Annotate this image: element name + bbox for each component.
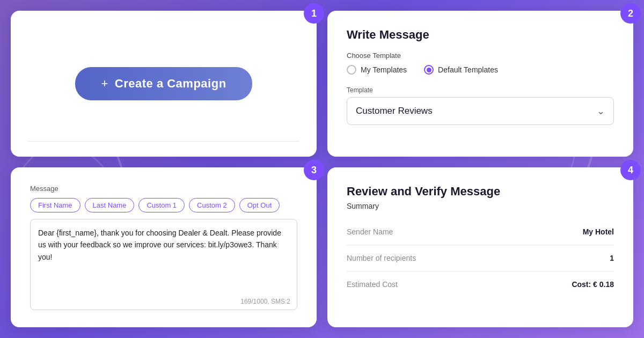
cost-value: Cost: € 0.18 (572, 280, 614, 289)
step-2-card: 2 Write Message Choose Template My Templ… (327, 11, 633, 157)
default-templates-label: Default Templates (438, 65, 498, 74)
message-textarea-wrapper: Dear {first_name}, thank you for choosin… (30, 219, 297, 310)
review-title: Review and Verify Message (347, 185, 614, 199)
plus-icon: + (101, 77, 108, 91)
message-counter: 169/1000, SMS:2 (240, 298, 290, 305)
tag-opt-out[interactable]: Opt Out (239, 198, 280, 212)
tag-last-name[interactable]: Last Name (85, 198, 135, 212)
recipients-key: Number of recipients (347, 254, 416, 262)
default-templates-radio[interactable]: Default Templates (424, 65, 498, 75)
default-templates-radio-circle (424, 65, 434, 75)
message-label: Message (30, 185, 297, 193)
summary-label: Summary (347, 202, 614, 210)
summary-row-recipients: Number of recipients 1 (347, 245, 614, 271)
choose-template-label: Choose Template (347, 52, 614, 60)
step-3-card: 3 Message First Name Last Name Custom 1 … (11, 167, 317, 327)
recipients-value: 1 (610, 254, 614, 262)
card-1-divider (28, 141, 299, 142)
write-message-title: Write Message (347, 28, 614, 42)
sender-name-value: My Hotel (583, 227, 614, 236)
step-2-badge: 2 (620, 3, 641, 24)
my-templates-radio-circle (347, 65, 356, 75)
step-1-badge: 1 (304, 3, 324, 24)
create-campaign-button[interactable]: + Create a Campaign (75, 67, 252, 100)
template-dropdown[interactable]: Customer Reviews ⌄ (347, 97, 614, 125)
main-grid: 1 + Create a Campaign 2 Write Message Ch… (0, 0, 644, 338)
step-4-badge: 4 (620, 160, 641, 180)
cost-key: Estimated Cost (347, 280, 398, 289)
tag-row: First Name Last Name Custom 1 Custom 2 O… (30, 198, 297, 212)
chevron-down-icon: ⌄ (597, 105, 605, 117)
step-4-card: 4 Review and Verify Message Summary Send… (327, 167, 633, 327)
tag-custom-2[interactable]: Custom 2 (189, 198, 235, 212)
tag-first-name[interactable]: First Name (30, 198, 80, 212)
my-templates-label: My Templates (361, 65, 407, 74)
template-select-label: Template (347, 86, 614, 94)
step-1-card: 1 + Create a Campaign (11, 11, 317, 157)
summary-row-sender: Sender Name My Hotel (347, 219, 614, 245)
step-3-badge: 3 (304, 160, 324, 180)
create-campaign-label: Create a Campaign (115, 77, 226, 91)
message-text[interactable]: Dear {first_name}, thank you for choosin… (38, 227, 289, 263)
my-templates-radio[interactable]: My Templates (347, 65, 407, 75)
summary-row-cost: Estimated Cost Cost: € 0.18 (347, 271, 614, 297)
tag-custom-1[interactable]: Custom 1 (138, 198, 185, 212)
template-selected-value: Customer Reviews (356, 106, 433, 116)
radio-group: My Templates Default Templates (347, 65, 614, 75)
sender-name-key: Sender Name (347, 227, 393, 236)
